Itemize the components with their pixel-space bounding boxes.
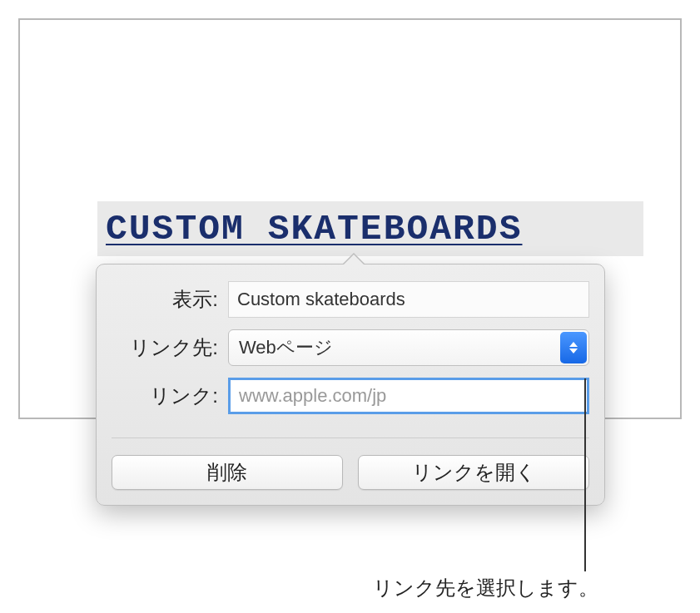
link-url-input[interactable] (228, 378, 589, 414)
link-to-dropdown[interactable]: Webページ (228, 329, 589, 366)
delete-button[interactable]: 削除 (112, 455, 343, 490)
updown-arrows-icon (560, 332, 587, 363)
link-url-row: リンク: (112, 378, 589, 414)
link-to-dropdown-value: Webページ (239, 335, 333, 360)
link-editor-popover: 表示: リンク先: Webページ リンク: 削除 リンクを開く (96, 264, 605, 506)
hyperlink-text-selection[interactable]: CUSTOM SKATEBOARDS (97, 201, 643, 256)
link-to-label: リンク先: (112, 334, 228, 361)
callout-line (584, 378, 586, 571)
display-row: 表示: (112, 281, 589, 318)
callout-text: リンク先を選択します。 (373, 575, 598, 601)
button-row: 削除 リンクを開く (112, 438, 589, 490)
display-label: 表示: (112, 286, 228, 313)
hyperlink-text-content: CUSTOM SKATEBOARDS (106, 209, 522, 250)
link-to-row: リンク先: Webページ (112, 329, 589, 366)
display-input[interactable] (228, 281, 589, 318)
open-link-button[interactable]: リンクを開く (358, 455, 589, 490)
link-url-label: リンク: (112, 383, 228, 409)
